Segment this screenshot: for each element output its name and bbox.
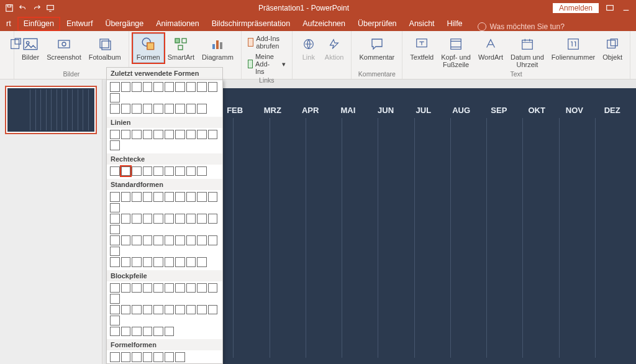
shape-item[interactable] [208, 82, 218, 92]
fotoalbum-button[interactable]: Fotoalbum [85, 34, 125, 63]
shape-item[interactable] [208, 130, 218, 140]
tab-ansicht[interactable]: Ansicht [403, 17, 441, 31]
shape-item[interactable] [121, 305, 131, 315]
kopf-fuss-button[interactable]: Kopf- und Fußzeile [437, 34, 475, 70]
shape-item[interactable] [110, 225, 120, 235]
textfeld-button[interactable]: Textfeld [406, 34, 437, 63]
shape-item[interactable] [132, 104, 142, 114]
start-slideshow-icon[interactable] [46, 4, 55, 12]
shape-item[interactable] [143, 214, 153, 224]
shape-item[interactable] [121, 235, 131, 245]
tab-entwurf[interactable]: Entwurf [60, 17, 99, 31]
shape-item[interactable] [132, 283, 142, 293]
shape-item[interactable] [153, 235, 163, 245]
shape-item[interactable] [121, 82, 131, 92]
ribbon-display-icon[interactable] [605, 3, 615, 13]
shape-item[interactable] [110, 203, 120, 213]
diagramm-button[interactable]: Diagramm [198, 34, 237, 63]
formen-button[interactable]: Formen [133, 34, 164, 63]
smartart-button[interactable]: SmartArt [164, 34, 198, 63]
tab-aufzeichnen[interactable]: Aufzeichnen [296, 17, 352, 31]
shape-item[interactable] [165, 130, 175, 140]
shape-item[interactable] [110, 247, 120, 257]
bilder-button[interactable]: Bilder [18, 34, 43, 63]
shape-item[interactable] [197, 283, 207, 293]
shape-item[interactable] [153, 82, 163, 92]
shape-item[interactable] [110, 82, 120, 92]
slide-thumb-1[interactable] [5, 86, 97, 134]
shape-item[interactable] [143, 352, 153, 362]
shape-item[interactable] [110, 214, 120, 224]
shape-item[interactable] [132, 82, 142, 92]
shape-item[interactable] [165, 352, 175, 362]
kommentar-button[interactable]: Kommentar [355, 34, 398, 63]
shape-item[interactable] [165, 257, 175, 267]
shape-item[interactable] [110, 93, 120, 103]
shape-item[interactable] [197, 257, 207, 267]
shape-item[interactable] [121, 352, 131, 362]
objekt-button[interactable]: Objekt [599, 34, 626, 63]
shape-item[interactable] [110, 283, 120, 293]
shape-item[interactable] [186, 283, 196, 293]
foliennummer-button[interactable]: Foliennummer [548, 34, 599, 63]
shape-item[interactable] [153, 192, 163, 202]
shape-item[interactable] [143, 257, 153, 267]
shape-item[interactable] [208, 214, 218, 224]
shape-item[interactable] [165, 104, 175, 114]
shape-item[interactable] [110, 294, 120, 304]
shape-item[interactable] [186, 104, 196, 114]
shape-item[interactable] [186, 214, 196, 224]
shape-item[interactable] [165, 305, 175, 315]
shape-item[interactable] [186, 192, 196, 202]
shape-item[interactable] [175, 192, 185, 202]
shape-item[interactable] [132, 192, 142, 202]
shape-item[interactable] [165, 166, 175, 176]
tell-me[interactable]: Was möchten Sie tun? [469, 22, 565, 31]
shape-item[interactable] [175, 82, 185, 92]
shape-item[interactable] [121, 192, 131, 202]
wordart-button[interactable]: WordArt [475, 34, 507, 63]
shape-item[interactable] [143, 82, 153, 92]
shape-item[interactable] [175, 305, 185, 315]
tab-ueberpruefen[interactable]: Überprüfen [352, 17, 403, 31]
shape-item[interactable] [197, 104, 207, 114]
shape-item[interactable] [165, 283, 175, 293]
shape-item[interactable] [186, 130, 196, 140]
shape-item[interactable] [186, 305, 196, 315]
shape-item[interactable] [197, 235, 207, 245]
shape-item[interactable] [132, 352, 142, 362]
shape-item[interactable] [110, 130, 120, 140]
shape-item[interactable] [197, 82, 207, 92]
shape-item[interactable] [197, 214, 207, 224]
shape-item[interactable] [121, 130, 131, 140]
signin-button[interactable]: Anmelden [553, 3, 599, 13]
shape-item[interactable] [121, 283, 131, 293]
shape-item[interactable] [153, 166, 163, 176]
shape-item[interactable] [110, 104, 120, 114]
shape-item[interactable] [197, 192, 207, 202]
shape-item[interactable] [165, 214, 175, 224]
shape-item[interactable] [110, 140, 120, 150]
shape-item[interactable] [110, 257, 120, 267]
shape-item[interactable] [132, 327, 142, 337]
shape-item[interactable] [143, 327, 153, 337]
shape-item[interactable] [165, 192, 175, 202]
shape-item[interactable] [143, 104, 153, 114]
shape-item[interactable] [121, 104, 131, 114]
shape-item[interactable] [132, 166, 142, 176]
shape-item[interactable] [121, 257, 131, 267]
shape-item[interactable] [175, 166, 185, 176]
shape-item[interactable] [121, 214, 131, 224]
shape-item[interactable] [132, 305, 142, 315]
shape-item[interactable] [208, 192, 218, 202]
shape-item[interactable] [132, 214, 142, 224]
datum-button[interactable]: Datum und Uhrzeit [507, 34, 548, 70]
shape-item[interactable] [110, 327, 120, 337]
shape-item[interactable] [110, 316, 120, 325]
link-button[interactable]: Link [296, 34, 321, 63]
tab-start[interactable]: rt [0, 17, 17, 31]
shape-item[interactable] [186, 82, 196, 92]
tab-animationen[interactable]: Animationen [150, 17, 206, 31]
shape-item[interactable] [175, 130, 185, 140]
undo-icon[interactable] [19, 4, 27, 12]
